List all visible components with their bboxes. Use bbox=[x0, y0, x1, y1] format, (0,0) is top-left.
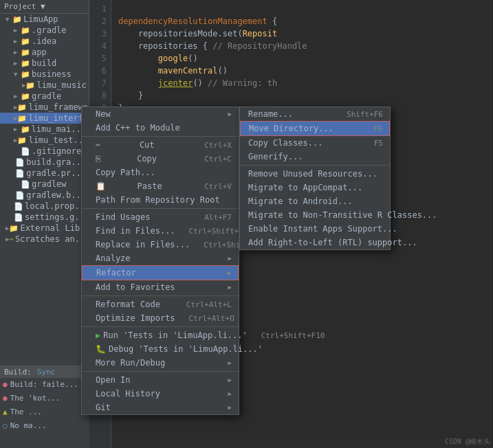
menu-item-find-usages[interactable]: Find Usages Alt+F7 bbox=[82, 210, 239, 224]
menu-item-copy[interactable]: ⎘ Copy Ctrl+C bbox=[82, 152, 239, 166]
info-icon: ○ bbox=[3, 421, 8, 432]
submenu-item-move-dir[interactable]: Move Directory... F6 bbox=[240, 121, 390, 136]
submenu-label-rename: Rename... bbox=[248, 109, 293, 119]
menu-item-add-cpp[interactable]: Add C++ to Module bbox=[82, 121, 239, 135]
tree-label-gitignore: .gitignore bbox=[32, 146, 81, 156]
tree-item-build[interactable]: ▶ 📁 build bbox=[0, 58, 89, 69]
run-icon: ▶ bbox=[96, 331, 100, 340]
submenu-item-migrate-non-transitive[interactable]: Migrate to Non-Transitive R Classes... bbox=[240, 208, 390, 222]
error-icon-2: ● bbox=[3, 393, 8, 404]
tree-label-idea: .idea bbox=[32, 36, 56, 46]
submenu-label-migrate-android: Migrate to Android... bbox=[248, 197, 353, 206]
build-failed-item: ● Build: faile... bbox=[0, 378, 89, 392]
menu-icon-paste: 📋 bbox=[96, 181, 106, 191]
menu-label-more-run: More Run/Debug bbox=[96, 358, 165, 368]
menu-item-run-tests[interactable]: ▶ Run 'Tests in 'LimuApp.li...' Ctrl+Shi… bbox=[82, 328, 239, 342]
tree-item-gradle[interactable]: ▶ 📁 .gradle bbox=[0, 25, 89, 36]
tree-item-limu-main[interactable]: ▶ 📁 limu_mai... bbox=[0, 124, 89, 135]
debug-icon: 🐛 bbox=[96, 344, 106, 354]
build-panel: Build: Sync ✕ ● Build: faile... ● The 'k… bbox=[0, 366, 89, 448]
menu-icon-scissors: ✂ bbox=[96, 140, 100, 150]
menu-item-replace-in-files[interactable]: Replace in Files... Ctrl+Shift+R bbox=[82, 238, 239, 251]
tree-item-gradle-props[interactable]: 📄 gradle.pr... bbox=[0, 168, 89, 179]
no-match-label: No ma... bbox=[10, 421, 47, 432]
menu-item-paste[interactable]: 📋 Paste Ctrl+V bbox=[82, 179, 239, 193]
submenu-shortcut-move-dir: F6 bbox=[373, 124, 382, 133]
submenu-item-copy-classes[interactable]: Copy Classes... F5 bbox=[240, 136, 390, 150]
menu-label-analyze: Analyze bbox=[96, 254, 131, 263]
menu-label-new: New bbox=[96, 109, 111, 119]
tree-label-local-prop: local.prop... bbox=[25, 201, 89, 211]
tree-label-settings-gradle: settings.g... bbox=[25, 212, 89, 222]
tree-item-gradlew[interactable]: 📄 gradlew bbox=[0, 179, 89, 190]
submenu-item-enable-instant[interactable]: Enable Instant Apps Support... bbox=[240, 222, 390, 236]
menu-item-reformat[interactable]: Reformat Code Ctrl+Alt+L bbox=[82, 298, 239, 311]
build-panel-header: Build: Sync ✕ bbox=[0, 366, 89, 378]
menu-item-refactor[interactable]: Refactor bbox=[82, 265, 239, 280]
menu-item-local-hist[interactable]: Local History bbox=[82, 387, 239, 401]
menu-label-git: Git bbox=[96, 403, 111, 412]
submenu-item-generify[interactable]: Generify... bbox=[240, 150, 390, 164]
sync-button[interactable]: Sync bbox=[37, 368, 56, 377]
menu-shortcut-find-usages: Alt+F7 bbox=[204, 213, 232, 222]
tree-item-gitignore[interactable]: 📄 .gitignore bbox=[0, 146, 89, 157]
menu-shortcut-opt-imports: Ctrl+Alt+O bbox=[189, 314, 234, 323]
tree-item-limu-framework[interactable]: ▶ 📁 limu_framework bbox=[0, 102, 89, 113]
tree-item-scratches[interactable]: ▶ ✂ Scratches an... bbox=[0, 234, 89, 245]
context-menu: New Add C++ to Module ✂ Cut Ctrl+X ⎘ Cop… bbox=[81, 107, 239, 415]
tree-label-build: build bbox=[32, 58, 56, 68]
menu-shortcut-cut: Ctrl+X bbox=[204, 141, 232, 150]
menu-sep-3 bbox=[82, 295, 239, 296]
tree-item-gradle2[interactable]: ▶ 📁 gradle bbox=[0, 91, 89, 102]
menu-item-analyze[interactable]: Analyze bbox=[82, 251, 239, 265]
tree-label-gradle-props: gradle.pr... bbox=[26, 168, 86, 178]
tree-item-business[interactable]: ▼ 📁 business bbox=[0, 69, 89, 80]
menu-label-refactor: Refactor bbox=[96, 268, 136, 278]
tree-item-build-gradle[interactable]: 📄 build.gra... bbox=[0, 157, 89, 168]
menu-label-add-cpp: Add C++ to Module bbox=[96, 123, 180, 133]
menu-item-cut[interactable]: ✂ Cut Ctrl+X bbox=[82, 138, 239, 152]
submenu-item-migrate-compat[interactable]: Migrate to AppCompat... bbox=[240, 181, 390, 194]
menu-item-add-fav[interactable]: Add to Favorites bbox=[82, 280, 239, 294]
tree-item-gradlew-bat[interactable]: 📄 gradlew.b... bbox=[0, 190, 89, 201]
menu-item-path-from-root[interactable]: Path From Repository Root bbox=[82, 193, 239, 207]
tree-label-business: business bbox=[32, 69, 72, 79]
tree-item-idea[interactable]: ▶ 📁 .idea bbox=[0, 36, 89, 47]
tree-item-root[interactable]: ▼ 📁 LimuApp bbox=[0, 14, 89, 25]
submenu-item-remove-unused[interactable]: Remove Unused Resources... bbox=[240, 167, 390, 181]
menu-shortcut-copy: Ctrl+C bbox=[204, 155, 232, 164]
menu-item-copy-path[interactable]: Copy Path... bbox=[82, 166, 239, 179]
build-failed-label: Build: faile... bbox=[10, 379, 78, 390]
menu-item-debug-tests[interactable]: 🐛 Debug 'Tests in 'LimuApp.li...' bbox=[82, 342, 239, 356]
tree-item-local-prop[interactable]: 📄 local.prop... bbox=[0, 201, 89, 212]
tree-item-external-lib[interactable]: ▶ 📁 External Libr... bbox=[0, 223, 89, 234]
tree-label-gradle: .gradle bbox=[32, 25, 67, 35]
project-panel: Project ▼ ▼ 📁 LimuApp ▶ 📁 .gradle ▶ 📁 .i… bbox=[0, 0, 89, 448]
menu-item-open-in[interactable]: Open In bbox=[82, 373, 239, 387]
main-container: Project ▼ ▼ 📁 LimuApp ▶ 📁 .gradle ▶ 📁 .i… bbox=[0, 0, 493, 448]
warn-icon: ▲ bbox=[3, 407, 8, 418]
menu-label-find-usages: Find Usages bbox=[96, 212, 150, 222]
tree-label-build-gradle: build.gra... bbox=[26, 157, 86, 167]
warn-item-2: ▲ The ... bbox=[0, 405, 89, 419]
menu-item-new[interactable]: New bbox=[82, 107, 239, 121]
menu-item-opt-imports[interactable]: Optimize Imports Ctrl+Alt+O bbox=[82, 311, 239, 325]
menu-item-git[interactable]: Git bbox=[82, 401, 239, 414]
menu-label-add-fav: Add to Favorites bbox=[96, 282, 175, 292]
submenu-item-migrate-android[interactable]: Migrate to Android... bbox=[240, 194, 390, 208]
submenu-item-add-rtl[interactable]: Add Right-to-Left (RTL) support... bbox=[240, 236, 390, 249]
submenu-item-rename[interactable]: Rename... Shift+F6 bbox=[240, 107, 390, 121]
tree-item-limu-interface[interactable]: ▶ 📁 limu_interface bbox=[0, 113, 89, 124]
tree-label-gradlew-bat: gradlew.b... bbox=[26, 190, 86, 200]
submenu-label-move-dir: Move Directory... bbox=[249, 124, 333, 133]
tree-item-app[interactable]: ▶ 📁 app bbox=[0, 47, 89, 58]
menu-label-copy-path: Copy Path... bbox=[96, 168, 155, 177]
menu-item-find-in-files[interactable]: Find in Files... Ctrl+Shift+F bbox=[82, 224, 239, 238]
tree-item-limu-test[interactable]: ▶ 📁 limu_test... bbox=[0, 135, 89, 146]
project-panel-header: Project ▼ bbox=[0, 0, 89, 14]
tree-item-settings-gradle[interactable]: 📄 settings.g... bbox=[0, 212, 89, 223]
menu-item-more-run[interactable]: More Run/Debug bbox=[82, 356, 239, 370]
tree-label-gradlew: gradlew bbox=[32, 179, 67, 189]
menu-sep-4 bbox=[82, 326, 239, 327]
tree-item-limu-music-sub[interactable]: ▶ 📁 limu_music bbox=[0, 80, 89, 91]
